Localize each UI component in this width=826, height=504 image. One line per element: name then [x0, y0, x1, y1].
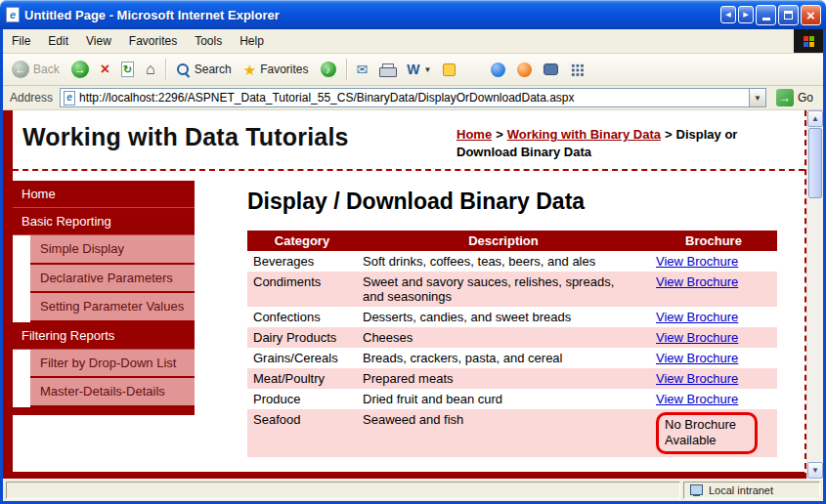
table-row: Dairy Products Cheeses View Brochure: [247, 327, 777, 348]
sidebar-item-setting-parameter-values[interactable]: Setting Parameter Values: [30, 293, 195, 322]
category-cell: Condiments: [247, 272, 357, 307]
address-input[interactable]: e http://localhost:2296/ASPNET_Data_Tuto…: [60, 88, 766, 107]
star-icon: ★: [243, 63, 256, 77]
vertical-scrollbar: ▲ ▼: [806, 110, 823, 479]
view-brochure-link[interactable]: View Brochure: [656, 274, 738, 289]
column-header-category: Category: [247, 231, 357, 251]
status-bar: Local intranet: [3, 479, 823, 501]
sidebar-item-simple-display[interactable]: Simple Display: [30, 235, 195, 265]
sidebar-item-partial[interactable]: [13, 407, 195, 415]
minimize-button[interactable]: [756, 5, 776, 25]
view-brochure-link[interactable]: View Brochure: [656, 310, 738, 324]
windows-logo-throbber: [794, 29, 823, 53]
description-cell: Desserts, candies, and sweet breads: [357, 307, 650, 327]
browser-window: e Untitled Page - Microsoft Internet Exp…: [0, 0, 826, 504]
scroll-left-button[interactable]: ◀: [720, 6, 736, 23]
menu-tools[interactable]: Tools: [186, 29, 231, 53]
close-button[interactable]: ×: [801, 5, 821, 25]
breadcrumb-link-binary-data[interactable]: Working with Binary Data: [507, 127, 661, 142]
local-intranet-icon: [690, 484, 703, 496]
address-dropdown-button[interactable]: ▼: [749, 89, 765, 106]
toolbar: ← Back → × ↻ ⌂ Search ★ Favorites: [3, 54, 823, 86]
view-brochure-link[interactable]: View Brochure: [656, 254, 738, 269]
sidebar-item-filter-by-drop-down-list[interactable]: Filter by Drop-Down List: [30, 350, 195, 379]
categories-table: Category Description Brochure Beverages …: [247, 231, 777, 457]
category-cell: Seafood: [247, 409, 357, 457]
brochure-cell: View Brochure: [650, 389, 777, 409]
column-header-brochure: Brochure: [650, 231, 777, 251]
menubar-spacer: [273, 29, 794, 53]
view-brochure-link[interactable]: View Brochure: [656, 392, 738, 406]
brochure-cell: View Brochure: [650, 272, 777, 307]
favorites-button[interactable]: ★ Favorites: [239, 60, 314, 80]
search-icon: [176, 63, 191, 77]
sidebar-item-declarative-parameters[interactable]: Declarative Parameters: [30, 265, 195, 294]
media-button[interactable]: ♪: [316, 59, 341, 80]
brochure-cell: No Brochure Available: [650, 409, 777, 457]
table-row: Grains/Cereals Breads, crackers, pasta, …: [247, 348, 777, 368]
mail-button[interactable]: ✉: [352, 60, 373, 79]
menu-edit[interactable]: Edit: [39, 29, 77, 53]
menu-view[interactable]: View: [77, 29, 120, 53]
search-button[interactable]: Search: [171, 60, 237, 80]
refresh-button[interactable]: ↻: [116, 59, 139, 80]
go-button[interactable]: → Go: [770, 89, 819, 106]
view-brochure-link[interactable]: View Brochure: [656, 351, 738, 365]
back-button[interactable]: ← Back: [7, 58, 65, 81]
scroll-up-button[interactable]: ▲: [807, 110, 823, 127]
titlebar: e Untitled Page - Microsoft Internet Exp…: [0, 0, 826, 29]
view-brochure-link[interactable]: View Brochure: [656, 371, 738, 386]
main-content: Display / Download Binary Data Category …: [195, 181, 804, 472]
menu-file[interactable]: File: [3, 29, 39, 53]
description-cell: Soft drinks, coffees, teas, beers, and a…: [357, 251, 650, 272]
binoculars-button[interactable]: [539, 61, 563, 78]
page-header: Working with Data Tutorials Home>Working…: [13, 110, 804, 171]
table-row: Condiments Sweet and savory sauces, reli…: [247, 272, 777, 307]
description-text: Desserts, candies, and sweet breads: [363, 310, 571, 324]
description-cell: Breads, crackers, pasta, and cereal: [357, 348, 650, 368]
stop-button[interactable]: ×: [96, 59, 114, 80]
addon-grid-button[interactable]: [565, 60, 588, 79]
scrollbar-track[interactable]: [807, 127, 823, 462]
breadcrumb-link-home[interactable]: Home: [456, 127, 492, 142]
sidebar-item-home[interactable]: Home: [13, 181, 195, 208]
edit-in-word-button[interactable]: W ▼: [402, 60, 436, 79]
menu-favorites[interactable]: Favorites: [120, 29, 186, 53]
status-pane-main: [6, 482, 680, 499]
toolbar-separator: [165, 59, 166, 80]
view-brochure-link[interactable]: View Brochure: [656, 330, 738, 345]
address-url: http://localhost:2296/ASPNET_Data_Tutori…: [79, 91, 745, 105]
favorites-label: Favorites: [260, 63, 308, 76]
discuss-icon: [443, 63, 456, 76]
table-row: Seafood Seaweed and fish No Brochure Ava…: [247, 409, 777, 457]
print-button[interactable]: [374, 61, 400, 79]
sidebar-item-basic-reporting[interactable]: Basic Reporting: [13, 208, 195, 235]
refresh-icon: ↻: [121, 62, 134, 77]
sidebar-item-master-details-details[interactable]: Master-Details-Details: [30, 378, 195, 407]
media-icon: ♪: [321, 62, 336, 77]
brochure-cell: View Brochure: [650, 307, 777, 327]
stop-icon: ×: [101, 62, 109, 77]
window-frame: File Edit View Favorites Tools Help ← Ba…: [0, 29, 826, 504]
back-icon: ←: [12, 61, 29, 78]
grid-icon: [570, 63, 584, 76]
home-button[interactable]: ⌂: [141, 59, 160, 80]
forward-button[interactable]: →: [66, 58, 94, 81]
menu-help[interactable]: Help: [231, 29, 273, 53]
breadcrumb: Home>Working with Binary Data>Display or…: [456, 123, 797, 160]
status-pane-zone: Local intranet: [683, 482, 820, 499]
home-icon: ⌂: [146, 62, 155, 77]
scroll-right-button[interactable]: ▶: [738, 6, 754, 23]
sidebar-item-filtering-reports[interactable]: Filtering Reports: [13, 322, 195, 350]
table-row: Confections Desserts, candies, and sweet…: [247, 307, 777, 327]
research-button[interactable]: [512, 60, 537, 80]
brochure-cell: View Brochure: [650, 251, 777, 272]
scrollbar-thumb[interactable]: [808, 128, 822, 198]
discuss-button[interactable]: [438, 61, 460, 79]
messenger-button[interactable]: [486, 60, 510, 80]
window-title: Untitled Page - Microsoft Internet Explo…: [24, 8, 716, 22]
maximize-button[interactable]: [778, 5, 799, 25]
description-cell: Cheeses: [357, 327, 650, 348]
scroll-down-button[interactable]: ▼: [807, 462, 823, 479]
zone-label: Local intranet: [709, 484, 773, 496]
